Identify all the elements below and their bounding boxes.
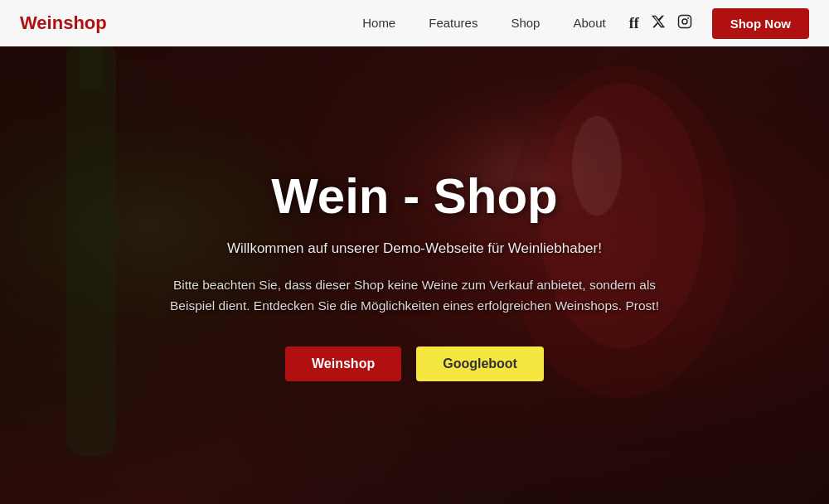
svg-point-1 xyxy=(682,19,687,24)
hero-title: Wein - Shop xyxy=(271,169,558,224)
hero-description: Bitte beachten Sie, dass dieser Shop kei… xyxy=(166,275,663,317)
instagram-icon[interactable] xyxy=(677,14,692,33)
hero-subtitle: Willkommen auf unserer Demo-Webseite für… xyxy=(227,240,602,257)
weinshop-button[interactable]: Weinshop xyxy=(285,346,401,381)
facebook-icon[interactable]: f xyxy=(629,15,639,32)
navbar: Weinshop Home Features Shop About f Shop… xyxy=(0,0,829,46)
social-links: f xyxy=(629,14,692,33)
nav-about[interactable]: About xyxy=(573,16,605,30)
nav-home[interactable]: Home xyxy=(362,16,395,30)
nav-links: Home Features Shop About xyxy=(362,16,605,31)
svg-point-2 xyxy=(687,17,689,18)
brand-logo[interactable]: Weinshop xyxy=(20,12,107,34)
nav-features[interactable]: Features xyxy=(429,16,478,30)
hero-section: Wein - Shop Willkommen auf unserer Demo-… xyxy=(0,0,829,504)
nav-shop[interactable]: Shop xyxy=(511,16,540,30)
hero-content: Wein - Shop Willkommen auf unserer Demo-… xyxy=(0,0,829,504)
hero-buttons: Weinshop Googleboot xyxy=(285,346,544,381)
twitter-icon[interactable] xyxy=(651,14,666,33)
shop-now-button[interactable]: Shop Now xyxy=(712,8,809,39)
googleboot-button[interactable]: Googleboot xyxy=(416,346,544,381)
svg-rect-0 xyxy=(678,15,691,27)
